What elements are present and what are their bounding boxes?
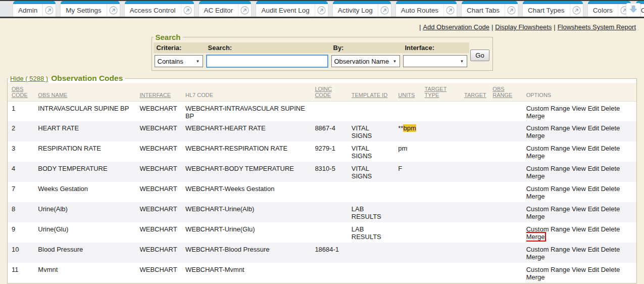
- tab-auto-routes[interactable]: Auto Routes: [396, 1, 457, 17]
- cell-text: 7: [12, 185, 15, 193]
- tab-overflow-button[interactable]: [626, 3, 641, 17]
- option-link-delete[interactable]: Delete: [601, 105, 620, 112]
- option-link-delete[interactable]: Delete: [601, 266, 620, 273]
- option-link-delete[interactable]: Delete: [601, 165, 620, 172]
- popout-icon[interactable]: [107, 4, 120, 17]
- option-link-merge-highlighted[interactable]: Merge: [526, 233, 545, 241]
- option-link-edit[interactable]: Edit: [588, 105, 599, 112]
- link-flowsheets-system-report[interactable]: Flowsheets System Report: [558, 23, 636, 31]
- tab-my-settings[interactable]: My Settings: [61, 1, 120, 17]
- option-link-delete[interactable]: Delete: [601, 124, 620, 132]
- tab-audit-event-log[interactable]: Audit Event Log: [256, 1, 327, 17]
- option-link-edit[interactable]: Edit: [588, 246, 599, 253]
- sort-link-units[interactable]: UNITS: [398, 92, 415, 98]
- cell-obs-name: BODY TEMPERATURE: [38, 162, 139, 182]
- popout-icon[interactable]: [181, 4, 194, 17]
- option-link-merge[interactable]: Merge: [526, 152, 545, 160]
- option-link-custom-range[interactable]: Custom Range: [526, 105, 570, 112]
- tab-ac-editor[interactable]: AC Editor: [199, 1, 252, 17]
- option-link-custom-range[interactable]: Custom Range: [526, 266, 570, 273]
- option-link-view[interactable]: View: [572, 185, 586, 193]
- option-link-edit[interactable]: Edit: [588, 165, 599, 172]
- cell-interface: WEBCHART: [139, 121, 185, 141]
- tab-activity-log[interactable]: Activity Log: [333, 1, 391, 17]
- option-link-custom-range[interactable]: Custom Range: [526, 246, 570, 253]
- criteria-select[interactable]: Contains ▼: [155, 55, 203, 67]
- cell-text: 4: [12, 165, 15, 172]
- popout-icon[interactable]: [443, 4, 457, 17]
- cell-text: WEBCHART-Weeks Gestation: [185, 185, 275, 193]
- option-link-delete[interactable]: Delete: [601, 205, 620, 213]
- option-link-custom-range[interactable]: Custom Range: [526, 145, 570, 152]
- cell-text: Mvmnt: [38, 266, 58, 273]
- popout-icon[interactable]: [42, 4, 56, 17]
- option-link-delete[interactable]: Delete: [601, 145, 620, 152]
- option-link-custom-range[interactable]: Custom Range: [526, 124, 570, 132]
- tab-label: Admin: [13, 7, 42, 14]
- tab-admin[interactable]: Admin: [13, 1, 56, 17]
- hide-link[interactable]: Hide ( 5288 ): [10, 75, 48, 82]
- popout-icon[interactable]: [378, 4, 391, 17]
- option-link-custom-range[interactable]: Custom Range: [526, 205, 570, 213]
- tab-chart-tabs[interactable]: Chart Tabs: [462, 1, 518, 17]
- option-link-custom-range[interactable]: Custom Range: [526, 225, 570, 233]
- tab-body: Audit Event Log: [256, 4, 327, 17]
- cell-options: Custom Range View Edit Delete Merge: [526, 121, 636, 141]
- cell-obs-name: HEART RATE: [38, 121, 139, 141]
- option-link-view[interactable]: View: [572, 165, 586, 172]
- cell-interface: WEBCHART: [139, 162, 185, 182]
- tab-access-control[interactable]: Access Control: [125, 1, 194, 17]
- option-link-view[interactable]: View: [572, 105, 586, 112]
- option-link-custom-range[interactable]: Custom Range: [526, 165, 570, 172]
- option-link-merge[interactable]: Merge: [526, 193, 545, 200]
- sort-link-target-type[interactable]: TARGET TYPE: [425, 86, 447, 98]
- sort-link-loinc-code[interactable]: LOINC CODE: [315, 86, 332, 98]
- search-input[interactable]: [206, 55, 328, 68]
- by-label: By:: [330, 42, 402, 53]
- sort-link-obs-name[interactable]: OBS NAME: [38, 92, 67, 98]
- option-link-view[interactable]: View: [572, 246, 586, 253]
- option-link-merge[interactable]: Merge: [526, 172, 545, 180]
- sort-link-obs-range[interactable]: OBS RANGE: [492, 86, 512, 98]
- cell-text: VITAL SIGNS: [352, 145, 381, 160]
- tab-chart-types[interactable]: Chart Types: [523, 1, 583, 17]
- popout-icon[interactable]: [570, 4, 583, 17]
- sort-link-obs-code[interactable]: OBS CODE: [12, 86, 28, 98]
- option-link-merge[interactable]: Merge: [526, 273, 545, 281]
- option-link-edit[interactable]: Edit: [588, 225, 599, 233]
- cell-obs-name: Mvmnt: [38, 263, 139, 283]
- sort-link-interface[interactable]: INTERFACE: [139, 92, 171, 98]
- option-link-delete[interactable]: Delete: [601, 185, 620, 193]
- option-link-delete[interactable]: Delete: [601, 225, 620, 233]
- option-link-merge[interactable]: Merge: [526, 253, 545, 261]
- go-button[interactable]: Go: [470, 50, 489, 61]
- option-link-edit[interactable]: Edit: [588, 266, 599, 273]
- option-link-view[interactable]: View: [572, 205, 586, 213]
- option-link-view[interactable]: View: [572, 124, 586, 132]
- interface-select[interactable]: ▼: [403, 55, 467, 67]
- option-link-delete[interactable]: Delete: [601, 246, 620, 253]
- sort-link-target[interactable]: TARGET: [464, 92, 486, 98]
- popout-icon[interactable]: [315, 4, 328, 17]
- popout-icon[interactable]: [505, 4, 518, 17]
- option-link-edit[interactable]: Edit: [588, 145, 599, 152]
- option-link-view[interactable]: View: [572, 225, 586, 233]
- option-link-edit[interactable]: Edit: [588, 185, 599, 193]
- popout-icon[interactable]: [238, 4, 251, 17]
- link-add-observation-code[interactable]: Add Observation Code: [423, 23, 489, 31]
- option-link-merge[interactable]: Merge: [526, 132, 545, 139]
- cell-text: WEBCHART-INTRAVASCULAR SUPINE BP: [185, 105, 305, 120]
- option-link-edit[interactable]: Edit: [588, 205, 599, 213]
- option-link-merge[interactable]: Merge: [526, 213, 545, 220]
- option-link-custom-range[interactable]: Custom Range: [526, 185, 570, 193]
- option-link-view[interactable]: View: [572, 145, 586, 152]
- option-link-view[interactable]: View: [572, 266, 586, 273]
- link-display-flowsheets[interactable]: Display Flowsheets: [495, 23, 552, 31]
- cell-units: [398, 182, 424, 202]
- column-header-obs-name: OBS NAME: [38, 83, 139, 101]
- tab-colors[interactable]: Colors: [588, 1, 631, 17]
- option-link-merge[interactable]: Merge: [526, 112, 545, 120]
- sort-link-template-id[interactable]: TEMPLATE ID: [352, 92, 387, 98]
- by-select[interactable]: Observation Name ▼: [331, 55, 400, 67]
- option-link-edit[interactable]: Edit: [588, 124, 599, 132]
